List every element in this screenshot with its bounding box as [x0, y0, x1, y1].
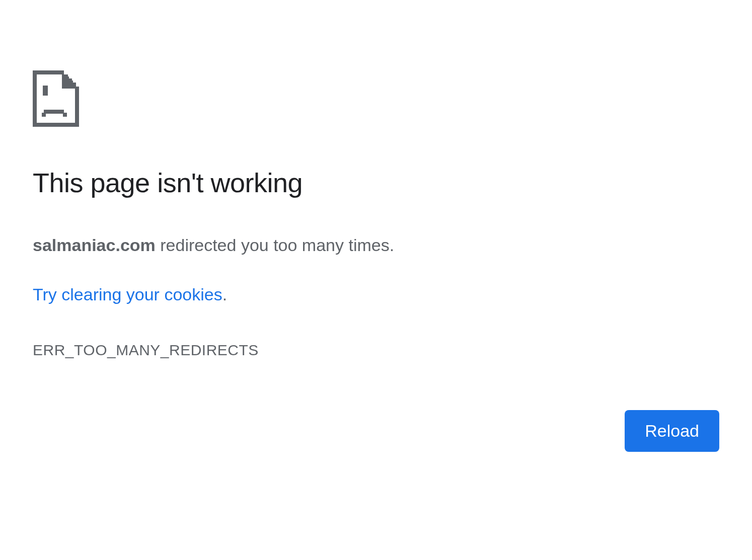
svg-rect-0	[66, 76, 69, 79]
error-code: ERR_TOO_MANY_REDIRECTS	[33, 342, 719, 359]
error-suggestion: Try clearing your cookies.	[33, 283, 719, 307]
svg-rect-2	[43, 86, 48, 96]
error-description: salmaniac.com redirected you too many ti…	[33, 233, 719, 258]
error-domain: salmaniac.com	[33, 235, 156, 255]
svg-rect-5	[63, 113, 67, 117]
error-icon-wrap	[33, 70, 719, 127]
reload-button[interactable]: Reload	[625, 410, 719, 452]
sad-page-icon	[33, 70, 79, 127]
svg-rect-1	[70, 81, 73, 84]
svg-rect-4	[42, 113, 46, 117]
svg-rect-3	[44, 110, 64, 114]
suggestion-period: .	[222, 285, 227, 304]
error-description-suffix: redirected you too many times.	[156, 235, 394, 255]
error-page-container: This page isn't working salmaniac.com re…	[0, 0, 752, 359]
clear-cookies-link[interactable]: Try clearing your cookies	[33, 285, 222, 304]
error-heading: This page isn't working	[33, 167, 719, 198]
